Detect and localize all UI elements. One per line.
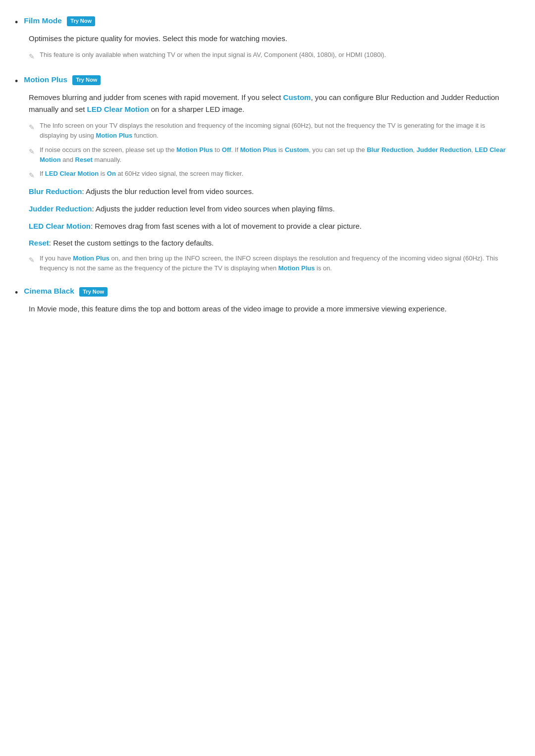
reset-def: Reset: Reset the custom settings to the … — [29, 237, 510, 250]
motion-plus-section: • Motion Plus Try Now Removes blurring a… — [15, 74, 510, 274]
blur-reduction-def: Blur Reduction: Adjusts the blur reducti… — [29, 186, 510, 198]
pencil-icon-mp-1 — [29, 122, 35, 133]
led-clear-motion-def: LED Clear Motion: Removes drag from fast… — [29, 220, 510, 233]
motion-plus-note-3: If LED Clear Motion is On at 60Hz video … — [29, 169, 510, 181]
motion-plus-try-now-badge[interactable]: Try Now — [72, 75, 101, 85]
motion-plus-footer-note: If you have Motion Plus on, and then bri… — [29, 253, 510, 273]
custom-link[interactable]: Custom — [283, 93, 311, 101]
motion-plus-note-text-2: If noise occurs on the screen, please se… — [40, 145, 510, 165]
footer-note-mp-link: Motion Plus — [73, 254, 109, 262]
judder-reduction-def: Judder Reduction: Adjusts the judder red… — [29, 203, 510, 215]
mp-note2-mp-link: Motion Plus — [176, 146, 213, 153]
film-mode-title: Film Mode Try Now — [24, 15, 95, 27]
pencil-icon-mp-3 — [29, 170, 35, 181]
motion-plus-bullet: • Motion Plus Try Now — [15, 74, 510, 89]
bullet-dot-film-mode: • — [15, 15, 18, 30]
film-mode-try-now-badge[interactable]: Try Now — [67, 16, 95, 26]
film-mode-note-text-1: This feature is only available when watc… — [40, 50, 386, 60]
motion-plus-title: Motion Plus Try Now — [24, 74, 101, 86]
film-mode-body: Optimises the picture quality for movies… — [29, 33, 510, 45]
pencil-icon-film-mode-1 — [29, 51, 35, 62]
film-mode-note-1: This feature is only available when watc… — [29, 50, 510, 62]
bullet-dot-motion-plus: • — [15, 74, 18, 89]
mp-note2-blur-link: Blur Reduction — [367, 146, 413, 153]
motion-plus-footer-note-text: If you have Motion Plus on, and then bri… — [40, 253, 510, 273]
cinema-black-try-now-badge[interactable]: Try Now — [79, 287, 107, 297]
motion-plus-label[interactable]: Motion Plus — [24, 75, 67, 84]
cinema-black-title: Cinema Black Try Now — [24, 285, 107, 298]
mp-note3-led-link: LED Clear Motion — [45, 170, 99, 177]
cinema-black-section: • Cinema Black Try Now In Movie mode, th… — [15, 285, 510, 315]
mp-note2-mp2-link: Motion Plus — [240, 146, 277, 153]
mp-note2-reset-link: Reset — [75, 156, 93, 163]
film-mode-label[interactable]: Film Mode — [24, 16, 62, 25]
motion-plus-note1-link: Motion Plus — [96, 132, 132, 139]
cinema-black-bullet: • Cinema Black Try Now — [15, 285, 510, 300]
judder-reduction-term[interactable]: Judder Reduction — [29, 204, 92, 213]
blur-reduction-term[interactable]: Blur Reduction — [29, 187, 82, 196]
mp-note2-off-link: Off — [222, 146, 231, 153]
motion-plus-note-2: If noise occurs on the screen, please se… — [29, 145, 510, 165]
pencil-icon-mp-footer — [29, 254, 35, 265]
motion-plus-note-text-1: The Info screen on your TV displays the … — [40, 121, 510, 141]
led-clear-motion-link-body[interactable]: LED Clear Motion — [87, 105, 149, 113]
mp-note2-judder-link: Judder Reduction — [417, 146, 472, 153]
motion-plus-body: Removes blurring and judder from scenes … — [29, 92, 510, 116]
film-mode-section: • Film Mode Try Now Optimises the pictur… — [15, 15, 510, 62]
film-mode-bullet: • Film Mode Try Now — [15, 15, 510, 30]
cinema-black-body: In Movie mode, this feature dims the top… — [29, 303, 510, 315]
footer-note-mp2-link: Motion Plus — [278, 264, 315, 272]
reset-term[interactable]: Reset — [29, 239, 49, 247]
mp-note2-custom-link: Custom — [285, 146, 309, 153]
cinema-black-label[interactable]: Cinema Black — [24, 287, 74, 295]
pencil-icon-mp-2 — [29, 146, 35, 157]
bullet-dot-cinema-black: • — [15, 286, 18, 300]
mp-note3-on-link: On — [107, 170, 116, 177]
motion-plus-note-1: The Info screen on your TV displays the … — [29, 121, 510, 141]
led-clear-motion-term[interactable]: LED Clear Motion — [29, 222, 91, 230]
motion-plus-note-text-3: If LED Clear Motion is On at 60Hz video … — [40, 169, 243, 179]
